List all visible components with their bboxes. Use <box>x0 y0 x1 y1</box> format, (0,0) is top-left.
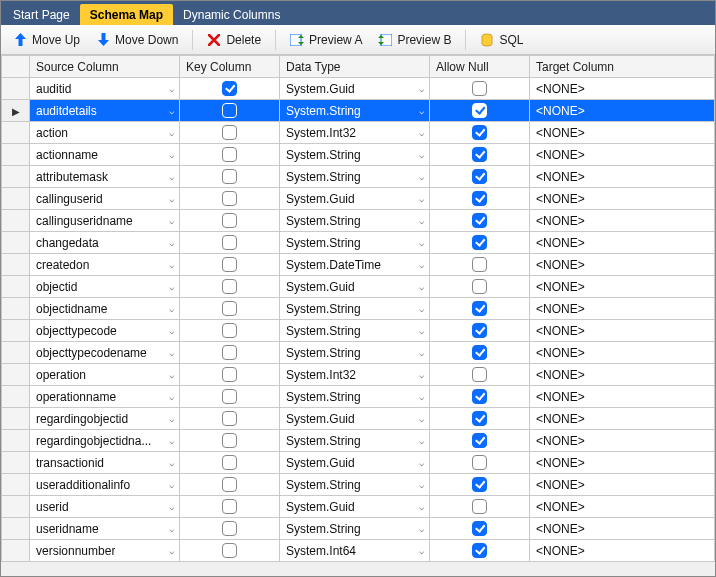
chevron-down-icon[interactable]: ⌵ <box>416 260 427 270</box>
datatype-cell[interactable]: System.String⌵ <box>280 386 429 407</box>
source-column-cell[interactable]: attributemask⌵ <box>30 166 179 187</box>
table-row[interactable]: versionnumber⌵System.Int64⌵<NONE> <box>2 540 715 562</box>
key-column-cell[interactable] <box>180 276 279 297</box>
row-header[interactable] <box>2 232 30 254</box>
datatype-cell[interactable]: System.Int32⌵ <box>280 122 429 143</box>
key-checkbox[interactable] <box>222 543 237 558</box>
tab-schema-map[interactable]: Schema Map <box>80 4 173 25</box>
table-row[interactable]: objecttypecodename⌵System.String⌵<NONE> <box>2 342 715 364</box>
chevron-down-icon[interactable]: ⌵ <box>416 128 427 138</box>
target-column-cell[interactable]: <NONE> <box>530 452 714 473</box>
target-column-cell[interactable]: <NONE> <box>530 386 714 407</box>
move-up-button[interactable]: Move Up <box>7 30 86 50</box>
chevron-down-icon[interactable]: ⌵ <box>166 546 177 556</box>
row-header[interactable] <box>2 166 30 188</box>
source-column-cell[interactable]: auditdetails⌵ <box>30 100 179 121</box>
row-header[interactable] <box>2 188 30 210</box>
key-column-cell[interactable] <box>180 122 279 143</box>
chevron-down-icon[interactable]: ⌵ <box>166 128 177 138</box>
source-column-cell[interactable]: useradditionalinfo⌵ <box>30 474 179 495</box>
grid-scroll[interactable]: Source Column Key Column Data Type Allow… <box>1 55 715 576</box>
source-column-cell[interactable]: useridname⌵ <box>30 518 179 539</box>
key-column-cell[interactable] <box>180 540 279 561</box>
allownull-checkbox[interactable] <box>472 81 487 96</box>
row-header[interactable] <box>2 452 30 474</box>
allownull-checkbox[interactable] <box>472 125 487 140</box>
datatype-cell[interactable]: System.String⌵ <box>280 210 429 231</box>
datatype-cell[interactable]: System.Int64⌵ <box>280 540 429 561</box>
allownull-checkbox[interactable] <box>472 367 487 382</box>
allownull-cell[interactable] <box>430 254 529 275</box>
key-column-cell[interactable] <box>180 496 279 517</box>
key-checkbox[interactable] <box>222 147 237 162</box>
table-row[interactable]: regardingobjectidna...⌵System.String⌵<NO… <box>2 430 715 452</box>
datatype-cell[interactable]: System.String⌵ <box>280 298 429 319</box>
target-column-cell[interactable]: <NONE> <box>530 232 714 253</box>
chevron-down-icon[interactable]: ⌵ <box>166 414 177 424</box>
table-row[interactable]: callinguseridname⌵System.String⌵<NONE> <box>2 210 715 232</box>
target-column-cell[interactable]: <NONE> <box>530 342 714 363</box>
row-header[interactable] <box>2 364 30 386</box>
key-column-cell[interactable] <box>180 210 279 231</box>
row-header[interactable] <box>2 518 30 540</box>
chevron-down-icon[interactable]: ⌵ <box>166 150 177 160</box>
table-row[interactable]: regardingobjectid⌵System.Guid⌵<NONE> <box>2 408 715 430</box>
key-checkbox[interactable] <box>222 169 237 184</box>
key-column-cell[interactable] <box>180 166 279 187</box>
allownull-cell[interactable] <box>430 386 529 407</box>
key-column-cell[interactable] <box>180 320 279 341</box>
chevron-down-icon[interactable]: ⌵ <box>166 172 177 182</box>
key-column-cell[interactable] <box>180 100 279 121</box>
key-checkbox[interactable] <box>222 213 237 228</box>
chevron-down-icon[interactable]: ⌵ <box>166 106 177 116</box>
table-row[interactable]: operationname⌵System.String⌵<NONE> <box>2 386 715 408</box>
chevron-down-icon[interactable]: ⌵ <box>166 458 177 468</box>
datatype-cell[interactable]: System.String⌵ <box>280 232 429 253</box>
col-datatype[interactable]: Data Type <box>280 56 430 78</box>
key-checkbox[interactable] <box>222 521 237 536</box>
datatype-cell[interactable]: System.String⌵ <box>280 100 429 121</box>
row-header[interactable] <box>2 342 30 364</box>
chevron-down-icon[interactable]: ⌵ <box>166 436 177 446</box>
tab-dynamic-columns[interactable]: Dynamic Columns <box>173 4 290 25</box>
key-column-cell[interactable] <box>180 518 279 539</box>
allownull-cell[interactable] <box>430 496 529 517</box>
table-row[interactable]: callinguserid⌵System.Guid⌵<NONE> <box>2 188 715 210</box>
chevron-down-icon[interactable]: ⌵ <box>166 502 177 512</box>
key-column-cell[interactable] <box>180 254 279 275</box>
table-row[interactable]: objectid⌵System.Guid⌵<NONE> <box>2 276 715 298</box>
target-column-cell[interactable]: <NONE> <box>530 166 714 187</box>
allownull-checkbox[interactable] <box>472 169 487 184</box>
table-row[interactable]: createdon⌵System.DateTime⌵<NONE> <box>2 254 715 276</box>
chevron-down-icon[interactable]: ⌵ <box>416 524 427 534</box>
target-column-cell[interactable]: <NONE> <box>530 78 714 99</box>
allownull-checkbox[interactable] <box>472 235 487 250</box>
key-column-cell[interactable] <box>180 430 279 451</box>
preview-a-button[interactable]: Preview A <box>284 30 368 50</box>
row-header[interactable] <box>2 122 30 144</box>
row-header[interactable] <box>2 78 30 100</box>
allownull-cell[interactable] <box>430 166 529 187</box>
key-column-cell[interactable] <box>180 232 279 253</box>
allownull-cell[interactable] <box>430 298 529 319</box>
row-header[interactable] <box>2 496 30 518</box>
row-header[interactable] <box>2 298 30 320</box>
datatype-cell[interactable]: System.Guid⌵ <box>280 408 429 429</box>
key-checkbox[interactable] <box>222 345 237 360</box>
table-row[interactable]: transactionid⌵System.Guid⌵<NONE> <box>2 452 715 474</box>
allownull-checkbox[interactable] <box>472 543 487 558</box>
allownull-cell[interactable] <box>430 320 529 341</box>
source-column-cell[interactable]: operation⌵ <box>30 364 179 385</box>
chevron-down-icon[interactable]: ⌵ <box>166 348 177 358</box>
key-checkbox[interactable] <box>222 125 237 140</box>
datatype-cell[interactable]: System.Guid⌵ <box>280 452 429 473</box>
row-header[interactable] <box>2 320 30 342</box>
key-column-cell[interactable] <box>180 78 279 99</box>
key-column-cell[interactable] <box>180 386 279 407</box>
target-column-cell[interactable]: <NONE> <box>530 276 714 297</box>
chevron-down-icon[interactable]: ⌵ <box>416 172 427 182</box>
key-checkbox[interactable] <box>222 389 237 404</box>
allownull-checkbox[interactable] <box>472 389 487 404</box>
chevron-down-icon[interactable]: ⌵ <box>416 326 427 336</box>
chevron-down-icon[interactable]: ⌵ <box>166 304 177 314</box>
